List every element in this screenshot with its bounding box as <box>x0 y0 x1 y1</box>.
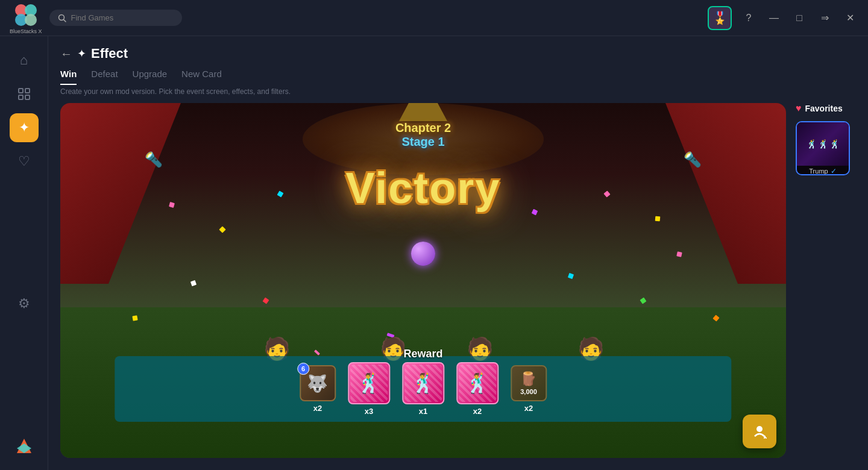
page-title: Effect <box>91 46 128 61</box>
confetti <box>169 202 175 208</box>
preview-main: 🔦 🔦 Chapter 2 Stage 1 Victory <box>60 103 786 458</box>
tab-upgrade[interactable]: Upgrade <box>133 69 168 85</box>
sidebar-item-library[interactable] <box>10 80 39 108</box>
minimize-button[interactable]: — <box>766 10 782 27</box>
search-bar[interactable] <box>49 10 182 26</box>
content-header: ← ✦ Effect Win Defeat Upgrade New Card C… <box>48 36 868 103</box>
confetti <box>568 273 574 279</box>
confetti <box>190 280 197 286</box>
dance1-count: x3 <box>365 407 373 416</box>
confetti <box>219 226 225 233</box>
reward-item-dance3: 🕺 x2 <box>456 362 498 416</box>
maximize-button[interactable]: □ <box>791 10 808 27</box>
sidebar-item-bluestacks[interactable] <box>10 431 39 460</box>
svg-point-12 <box>756 426 763 432</box>
sidebar-item-favorites[interactable]: ♡ <box>10 147 39 176</box>
reward-item-dance2: 🕺 x1 <box>402 362 444 416</box>
effect-icon: ✦ <box>77 47 86 60</box>
sidebar-item-mods[interactable]: ✦ <box>10 113 39 142</box>
heart-icon: ♥ <box>796 103 802 114</box>
wood-value: 3,000 <box>520 388 537 395</box>
confetti <box>263 297 269 304</box>
close-button[interactable]: ✕ <box>841 10 858 27</box>
tabs-bar: Win Defeat Upgrade New Card <box>60 69 856 85</box>
confetti <box>655 216 661 222</box>
svg-point-3 <box>25 14 37 26</box>
preview-container: 🔦 🔦 Chapter 2 Stage 1 Victory <box>48 103 868 470</box>
card-preview-content: 🕺 🕺 🕺 <box>807 139 840 149</box>
app-name-label: BlueStacks X <box>10 28 42 34</box>
card-badge: 6 <box>297 363 309 375</box>
dance2-count: x1 <box>419 407 427 416</box>
confetti <box>531 208 538 215</box>
chapter-stage: Chapter 2 Stage 1 <box>395 121 451 149</box>
tab-new-card[interactable]: New Card <box>181 69 222 85</box>
game-screen: 🔦 🔦 Chapter 2 Stage 1 Victory <box>60 103 786 458</box>
right-panel: ♥ Favorites 🕺 🕺 🕺 Trump ✓ <box>796 103 856 458</box>
breadcrumb: ← ✦ Effect <box>60 46 856 61</box>
dance-figure-2: 🕺 <box>402 362 444 404</box>
avatar-button[interactable]: 🎖️ <box>708 6 732 30</box>
favorites-label: ♥ Favorites <box>796 103 856 114</box>
torch-right: 🔦 <box>684 151 702 168</box>
topbar: BlueStacks X 🎖️ ? — □ ⇒ ✕ <box>0 0 868 36</box>
svg-rect-9 <box>25 95 30 99</box>
dance-figure-1: 🕺 <box>348 362 390 404</box>
torch-left: 🔦 <box>145 151 163 168</box>
svg-rect-7 <box>25 89 30 93</box>
favorite-card-label: Trump ✓ <box>797 166 849 175</box>
reward-section: Reward 🐺 6 x2 🕺 <box>115 356 731 422</box>
sidebar-item-settings[interactable]: ⚙ <box>10 289 39 318</box>
back-button[interactable]: ← <box>60 47 72 61</box>
action-button[interactable] <box>743 415 776 448</box>
search-icon <box>58 14 66 22</box>
trump-label: Trump <box>809 168 828 175</box>
sidebar: ⌂ ✦ ♡ ⚙ <box>0 36 48 470</box>
confetti <box>640 297 647 304</box>
card-count: x2 <box>313 404 322 413</box>
reward-label: Reward <box>403 348 442 360</box>
sidebar-item-home[interactable]: ⌂ <box>10 46 39 75</box>
check-icon: ✓ <box>831 167 837 175</box>
wood-count: x2 <box>524 404 533 413</box>
confetti <box>677 252 682 257</box>
forward-button[interactable]: ⇒ <box>816 10 833 27</box>
svg-rect-6 <box>19 89 23 93</box>
main-layout: ⌂ ✦ ♡ ⚙ ← ✦ Effect <box>0 36 868 470</box>
reward-item-card: 🐺 6 x2 <box>300 365 336 413</box>
reward-item-dance1: 🕺 x3 <box>348 362 390 416</box>
confetti <box>603 191 610 198</box>
app-logo: BlueStacks X <box>10 2 42 34</box>
tab-defeat[interactable]: Defeat <box>91 69 118 85</box>
reward-icon-wood: 🪵 3,000 <box>511 365 547 401</box>
svg-line-5 <box>63 19 66 22</box>
reward-icon-card: 🐺 6 <box>300 365 336 401</box>
action-icon <box>751 423 768 440</box>
bg-left-wall <box>60 103 181 284</box>
tab-description: Create your own mod version. Pick the ev… <box>60 87 856 96</box>
bg-right-wall <box>665 103 786 284</box>
favorites-text: Favorites <box>805 104 843 113</box>
confetti <box>277 191 284 198</box>
disco-ball <box>411 242 435 266</box>
svg-line-14 <box>764 436 765 438</box>
topbar-left: BlueStacks X <box>10 2 182 34</box>
search-input[interactable] <box>71 13 168 22</box>
favorite-card-trump[interactable]: 🕺 🕺 🕺 Trump ✓ <box>796 121 850 175</box>
topbar-right: 🎖️ ? — □ ⇒ ✕ <box>708 6 858 30</box>
reward-item-wood: 🪵 3,000 x2 <box>511 365 547 413</box>
stage-text: Stage 1 <box>395 135 451 149</box>
help-button[interactable]: ? <box>740 10 757 27</box>
chapter-text: Chapter 2 <box>395 121 451 135</box>
wood-icon: 🪵 <box>520 371 536 387</box>
favorite-card-preview: 🕺 🕺 🕺 <box>797 122 849 166</box>
card-icon: 🐺 <box>307 374 328 393</box>
svg-rect-8 <box>19 95 23 99</box>
dance3-count: x2 <box>473 407 482 416</box>
content-area: ← ✦ Effect Win Defeat Upgrade New Card C… <box>48 36 868 470</box>
tab-win[interactable]: Win <box>60 69 77 85</box>
victory-text: Victory <box>346 163 501 213</box>
dance-figure-3: 🕺 <box>456 362 498 404</box>
